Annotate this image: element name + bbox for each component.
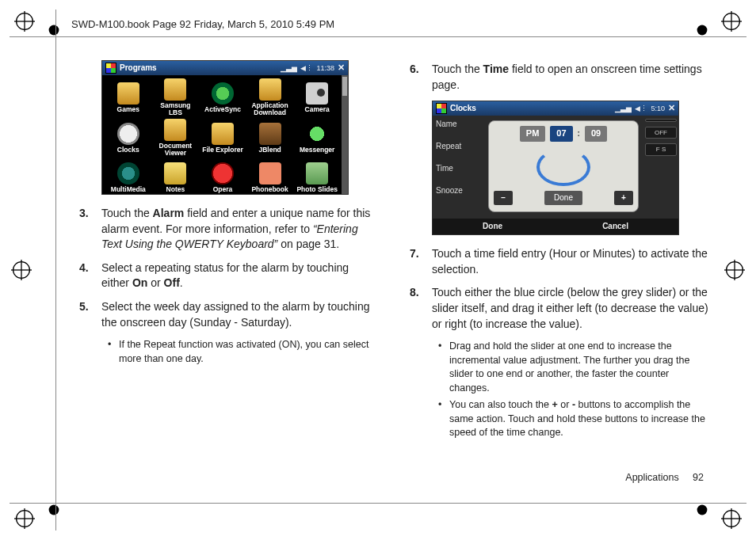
- figure-title: Programs: [120, 63, 157, 74]
- label-repeat: Repeat: [436, 141, 483, 152]
- page-footer: Applications 92: [625, 471, 704, 485]
- phonebook-icon: [259, 162, 281, 184]
- notes-icon: [164, 162, 186, 184]
- figure-programs: Programs ▁▃▅ ◀⋮ 11:38 ✕ Games Samsung LB…: [101, 60, 349, 195]
- label-name: Name: [436, 119, 483, 130]
- value-days: F S: [645, 143, 677, 155]
- reg-mark-icon: [724, 260, 745, 280]
- step-6: 6. Touch the Time field to open an onscr…: [410, 62, 708, 93]
- step-body: Select a repeating status for the alarm …: [101, 260, 378, 291]
- folder-icon: [164, 78, 186, 101]
- value-off: OFF: [645, 127, 677, 139]
- step-8: 8. Touch either the blue circle (below t…: [410, 285, 708, 332]
- time-dial: PM 07 : 09 − Done +: [488, 120, 639, 212]
- app-clocks: Clocks: [105, 119, 151, 158]
- status-area: ▁▃▅ ◀⋮ 11:38 ✕: [281, 62, 345, 74]
- step-number: 7.: [410, 246, 432, 277]
- sync-icon: [212, 82, 234, 105]
- minus-button: −: [494, 191, 513, 205]
- figure-titlebar: Programs ▁▃▅ ◀⋮ 11:38 ✕: [102, 61, 348, 75]
- volume-icon: ◀⋮: [635, 104, 647, 114]
- app-multimedia: MultiMedia: [105, 158, 151, 197]
- page-content: Programs ▁▃▅ ◀⋮ 11:38 ✕ Games Samsung LB…: [79, 55, 708, 485]
- crop-dot-icon: [696, 504, 708, 516]
- windows-icon: [436, 103, 447, 114]
- reg-mark-icon: [721, 11, 742, 32]
- download-icon: [259, 78, 281, 101]
- scrollbar: [342, 75, 348, 194]
- app-jblend: JBlend: [247, 119, 293, 158]
- minute-segment: 09: [585, 126, 607, 141]
- step-3: 3. Touch the Alarm field and enter a uni…: [79, 206, 378, 253]
- status-area: ▁▃▅ ◀⋮ 5:10 ✕: [615, 102, 675, 114]
- reg-mark-icon: [11, 260, 32, 280]
- step-4: 4. Select a repeating status for the ala…: [79, 260, 378, 291]
- svg-point-20: [49, 505, 59, 515]
- hour-segment: 07: [550, 126, 572, 141]
- footer-done: Done: [483, 221, 502, 232]
- clock-icon: [117, 123, 139, 145]
- plus-button: +: [614, 191, 633, 205]
- step-body: Touch either the blue circle (below the …: [432, 285, 708, 332]
- close-icon: ✕: [668, 102, 675, 114]
- figure-titlebar: Clocks ▁▃▅ ◀⋮ 5:10 ✕: [433, 101, 678, 116]
- close-icon: ✕: [338, 62, 345, 74]
- crop-rule: [10, 36, 746, 37]
- bullet: Drag and hold the slider at one end to i…: [438, 340, 708, 395]
- step-7: 7. Touch a time field entry (Hour or Min…: [410, 246, 708, 277]
- signal-icon: ▁▃▅: [615, 104, 632, 114]
- step-number: 6.: [410, 62, 432, 93]
- crop-dot-icon: [48, 504, 60, 516]
- document-icon: [164, 119, 186, 141]
- signal-icon: ▁▃▅: [281, 63, 297, 74]
- reg-mark-icon: [14, 11, 35, 32]
- footer-page: 92: [693, 472, 704, 483]
- ampm-segment: PM: [520, 126, 546, 141]
- app-camera: Camera: [294, 78, 340, 117]
- step-number: 8.: [410, 285, 432, 332]
- app-activesync: ActiveSync: [200, 78, 246, 117]
- label-time: Time: [436, 163, 483, 174]
- app-notes: Notes: [153, 158, 199, 197]
- reg-mark-icon: [14, 508, 35, 529]
- crop-rule: [55, 10, 56, 530]
- left-column: Programs ▁▃▅ ◀⋮ 11:38 ✕ Games Samsung LB…: [79, 55, 378, 485]
- step-5: 5. Select the week day assigned to the a…: [79, 299, 378, 330]
- svg-point-19: [697, 25, 708, 36]
- step-number: 5.: [79, 299, 101, 330]
- photo-icon: [306, 162, 328, 184]
- clocks-footer: Done Cancel: [433, 219, 678, 234]
- done-button: Done: [544, 191, 582, 205]
- clock-text: 5:10: [651, 104, 665, 114]
- step-8-bullets: Drag and hold the slider at one end to i…: [438, 340, 708, 440]
- figure-title: Clocks: [450, 103, 476, 114]
- clocks-body: Name Repeat Time Snooze OFF F S PM 07 : …: [433, 116, 678, 234]
- programs-grid: Games Samsung LBS ActiveSync Application…: [102, 75, 348, 200]
- clock-text: 11:38: [316, 63, 334, 74]
- dial-arc-icon: [536, 148, 590, 186]
- step-body: Select the week day assigned to the alar…: [101, 299, 378, 330]
- reg-mark-icon: [721, 508, 742, 529]
- crop-dot-icon: [48, 24, 60, 36]
- app-file-explorer: File Explorer: [200, 119, 246, 158]
- coffee-icon: [259, 123, 281, 145]
- doc-header: SWD-M100.book Page 92 Friday, March 5, 2…: [71, 17, 334, 32]
- app-phonebook: Phonebook: [247, 158, 293, 197]
- camera-icon: [306, 82, 328, 105]
- label-snooze: Snooze: [436, 185, 483, 196]
- play-icon: [117, 162, 139, 184]
- app-samsung-lbs: Samsung LBS: [153, 78, 199, 117]
- app-messenger: Messenger: [294, 119, 340, 158]
- bullet: You can also touch the + or - buttons to…: [438, 398, 708, 440]
- bullet: If the Repeat function was activated (ON…: [108, 338, 378, 366]
- footer-section: Applications: [625, 472, 678, 483]
- svg-point-18: [49, 25, 59, 36]
- step-number: 3.: [79, 206, 101, 253]
- footer-cancel: Cancel: [602, 221, 628, 232]
- opera-icon: [212, 162, 234, 184]
- app-games: Games: [105, 78, 151, 117]
- app-download: Application Download: [247, 78, 293, 117]
- clocks-left-labels: Name Repeat Time Snooze: [433, 116, 487, 234]
- app-photo-slides: Photo Slides: [294, 158, 340, 197]
- step-5-bullets: If the Repeat function was activated (ON…: [108, 338, 378, 366]
